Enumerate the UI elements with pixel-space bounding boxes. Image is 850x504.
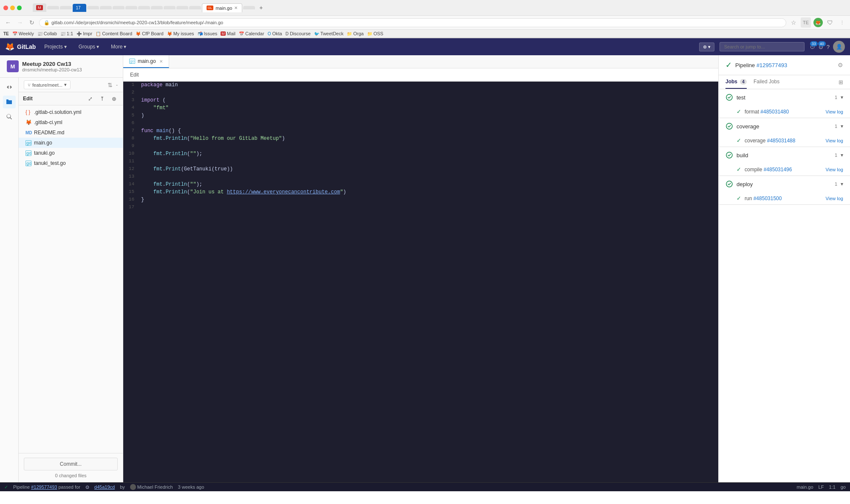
reload-button[interactable]: ↻	[27, 18, 37, 27]
job-format-id-link[interactable]: #485031480	[760, 109, 789, 115]
stage-header-coverage[interactable]: coverage 1 ▾	[719, 118, 850, 134]
browser-tab-new[interactable]: +	[256, 3, 266, 13]
gitlab-logo[interactable]: 🦊 GitLab	[5, 42, 36, 51]
bookmarks-bar: TE 📅 Weekly 📰 Collab 📰 1:1 ➕ Impr 📋 Cont…	[0, 30, 850, 38]
navbar-projects[interactable]: Projects ▾	[41, 42, 70, 51]
browser-tab-13[interactable]	[189, 6, 201, 9]
bookmark-content-board[interactable]: 📋 Content Board	[96, 31, 132, 36]
browser-tab-8[interactable]	[125, 6, 137, 9]
job-coverage-view-log[interactable]: View log	[826, 138, 843, 143]
browser-tab-4[interactable]: 17	[73, 4, 86, 12]
editor-tab-close-icon[interactable]: ✕	[159, 59, 163, 64]
browser-tab-10[interactable]	[151, 6, 163, 9]
branch-selector[interactable]: ⑂ feature/meet... ▾	[24, 80, 71, 89]
pipeline-id-link[interactable]: #129577493	[756, 62, 787, 68]
new-file-btn[interactable]: ⊕	[109, 94, 119, 103]
minimize-dot[interactable]	[10, 6, 15, 10]
bookmark-weekly[interactable]: 📅 Weekly	[12, 31, 34, 36]
job-format-view-log[interactable]: View log	[826, 109, 843, 114]
bookmark-my-issues[interactable]: 🦊 My issues	[167, 31, 194, 36]
code-editor[interactable]: 1 package main 2 3 import ( 4 "fmt"	[123, 82, 718, 482]
browser-tab-11[interactable]	[164, 6, 176, 9]
search-in-files-icon[interactable]	[3, 110, 16, 123]
bookmark-tweetdeck[interactable]: 🐦 TweetDeck	[314, 31, 343, 36]
stage-header-deploy[interactable]: deploy 1 ▾	[719, 176, 850, 192]
bookmark-te[interactable]: TE	[3, 31, 9, 36]
line-content-13	[141, 173, 144, 181]
bookmark-11[interactable]: 📰 1:1	[60, 31, 73, 36]
stage-header-test[interactable]: test 1 ▾	[719, 89, 850, 105]
extension-1[interactable]: TE	[801, 17, 811, 28]
bookmark-cfp-board[interactable]: 🦊 CfP Board	[136, 31, 164, 36]
extension-profile[interactable]: 🦊	[813, 18, 823, 27]
notifications-icon-wrapper: ⏱ 33	[810, 44, 815, 50]
back-button[interactable]: ←	[3, 18, 13, 27]
pipeline-settings-icon[interactable]: ⚙	[838, 62, 843, 68]
browser-tab-9[interactable]	[138, 6, 150, 9]
edit-label: Edit	[23, 96, 83, 102]
active-tab-close[interactable]: ✕	[234, 6, 238, 10]
bookmark-mail[interactable]: M Mail	[221, 31, 235, 36]
user-avatar[interactable]: 👤	[833, 41, 845, 53]
line-num-7: 7	[123, 127, 141, 135]
project-name: Meetup 2020 Cw13	[22, 61, 82, 67]
file-item-tanuki-go[interactable]: go tanuki.go	[19, 148, 123, 158]
expand-btn[interactable]: ⤢	[85, 94, 95, 103]
browser-tab-6[interactable]	[100, 6, 112, 9]
tab-failed-jobs[interactable]: Failed Jobs	[754, 75, 779, 89]
bookmark-orga[interactable]: 📁 Orga	[347, 31, 363, 36]
tab-jobs[interactable]: Jobs 4	[725, 75, 747, 89]
file-item-readme[interactable]: MD README.md	[19, 127, 123, 138]
extension-shield[interactable]: 🛡	[825, 18, 835, 27]
navbar-more[interactable]: More ▾	[108, 42, 130, 51]
bookmark-oss[interactable]: 📁 OSS	[367, 31, 383, 36]
browser-tab-3[interactable]	[60, 6, 72, 9]
file-item-gitlab-ci-solution[interactable]: { } .gitlab-ci.solution.yml	[19, 107, 123, 117]
navbar-search-input[interactable]	[720, 42, 805, 51]
browser-nav: ← → ↻ 🔒 gitlab.com/-/ide/project/dnsmich…	[0, 15, 850, 30]
status-pipeline-id-link[interactable]: #129577493	[31, 484, 57, 490]
close-dot[interactable]	[3, 6, 8, 10]
editor-tab-main-go[interactable]: go main.go ✕	[123, 55, 169, 68]
browser-tab-7[interactable]	[113, 6, 125, 9]
job-run-view-log[interactable]: View log	[826, 196, 843, 201]
browser-tab-12[interactable]	[176, 6, 188, 9]
commit-button[interactable]: Commit...	[24, 458, 118, 470]
jobs-expand-icon[interactable]: ⊞	[839, 76, 843, 89]
browser-tab-gmail[interactable]: M	[33, 3, 46, 12]
bookmark-issues[interactable]: 📬 Issues	[198, 31, 218, 36]
job-compile-id-link[interactable]: #485031496	[764, 167, 792, 173]
commit-area: Commit... 0 changed files	[19, 453, 123, 482]
browser-tab-gitlab-active[interactable]: GL main.go ✕	[202, 3, 243, 12]
job-compile-view-log[interactable]: View log	[826, 167, 843, 172]
help-icon[interactable]: ?	[827, 44, 830, 50]
bookmark-calendar[interactable]: 📅 Calendar	[239, 31, 264, 36]
bookmark-okta[interactable]: O Okta	[268, 31, 282, 36]
code-icon[interactable]	[3, 81, 16, 94]
job-coverage-id-link[interactable]: #485031488	[767, 138, 796, 144]
browser-tab-5[interactable]	[87, 6, 99, 9]
forward-button[interactable]: →	[15, 18, 25, 27]
status-commit-hash-link[interactable]: d45a19cd	[94, 484, 115, 490]
line-num-13: 13	[123, 173, 141, 181]
bookmark-impr[interactable]: ➕ Impr	[76, 31, 92, 36]
file-item-main-go[interactable]: go main.go	[19, 138, 123, 148]
file-tree-icon[interactable]	[3, 96, 16, 108]
bookmark-discourse[interactable]: D Discourse	[286, 31, 311, 36]
file-item-tanuki-test-go[interactable]: go tanuki_test.go	[19, 158, 123, 168]
upload-btn[interactable]: ⤒	[97, 94, 107, 103]
url-bar[interactable]: 🔒 gitlab.com/-/ide/project/dnsmichi/meet…	[39, 18, 786, 27]
maximize-dot[interactable]	[17, 6, 22, 10]
browser-tab-2[interactable]	[47, 6, 59, 9]
branch-action-1[interactable]: ⇅	[108, 82, 113, 88]
stage-header-build[interactable]: build 1 ▾	[719, 147, 850, 163]
bookmark-collab[interactable]: 📰 Collab	[37, 31, 57, 36]
extension-more[interactable]: ⋮	[837, 18, 847, 27]
job-run-id-link[interactable]: #485031500	[754, 195, 782, 201]
plus-menu[interactable]: ⊕ ▾	[699, 42, 714, 51]
navbar-groups[interactable]: Groups ▾	[75, 42, 102, 51]
bookmark-button[interactable]: ☆	[789, 18, 798, 27]
browser-tab-14[interactable]	[243, 6, 255, 9]
file-item-gitlab-ci[interactable]: 🦊 .gitlab-ci.yml	[19, 117, 123, 127]
code-line-13: 13	[123, 173, 718, 181]
